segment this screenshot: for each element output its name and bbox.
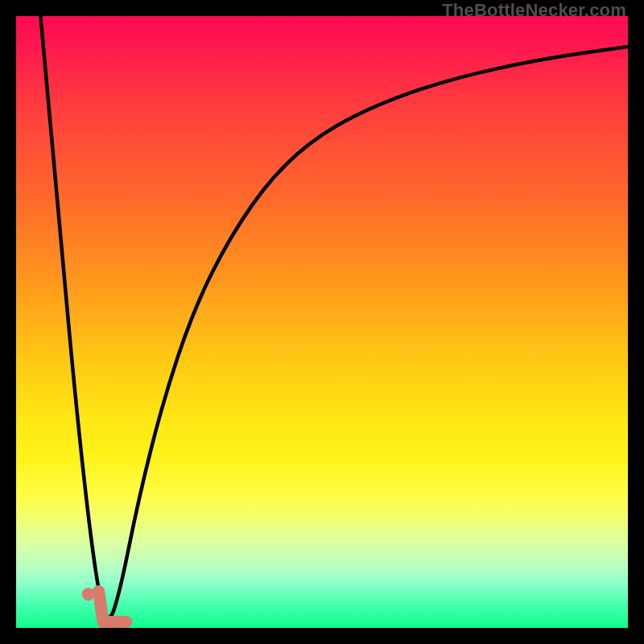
bottleneck-curve xyxy=(40,16,628,617)
chart-svg xyxy=(16,16,628,628)
outer-frame: TheBottleNecker.com xyxy=(0,0,644,644)
watermark-text: TheBottleNecker.com xyxy=(442,0,626,21)
marker-dot xyxy=(82,588,95,601)
marker-hook xyxy=(99,591,126,621)
